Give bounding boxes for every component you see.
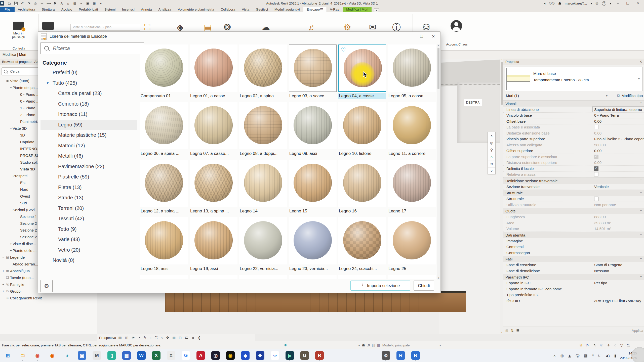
close-button[interactable]: ✕ [635, 2, 641, 5]
print-icon[interactable]: ⎙ [33, 1, 37, 5]
tray-drive-icon[interactable]: ◭ [568, 353, 571, 358]
material-thumbnail[interactable] [140, 217, 188, 264]
type-selector[interactable]: Muro di base Tamponamento Esterno - 38 c… [505, 67, 643, 91]
tab-inserisci[interactable]: Inserisci [119, 7, 138, 12]
category-legno-59-[interactable]: Legno (59) [41, 120, 137, 130]
material-thumbnail[interactable] [289, 44, 337, 92]
material-card-legno-05-a-casse-[interactable]: Legno 05, a casse... [388, 44, 436, 99]
tab-acciaio[interactable]: Acciaio [58, 7, 76, 12]
property-section-definizione-sezione-trasversale[interactable]: Definizione sezione trasversale⌃ [503, 177, 644, 184]
ruler-app[interactable]: ▯ [107, 351, 116, 360]
material-thumbnail[interactable] [338, 102, 386, 149]
collapse-chevron-icon[interactable]: ⌃ [640, 257, 642, 261]
tag-icon[interactable]: ⚑ [53, 2, 57, 5]
category-cemento-18-[interactable]: Cemento (18) [41, 99, 137, 109]
app-blue-2[interactable]: ❖ [256, 351, 264, 360]
category-tessuti-42-[interactable]: Tessuti (42) [41, 213, 137, 224]
unlock-view-icon[interactable]: ⌂ [160, 336, 163, 340]
property-value[interactable] [592, 166, 644, 171]
scrollbar-thumb[interactable] [437, 48, 439, 89]
checkbox[interactable] [594, 166, 598, 171]
chrome[interactable]: ◉ [33, 351, 42, 360]
property-value[interactable]: 3Rx1DgyLHF1fkurY5nR9Xy [592, 298, 644, 304]
tray-g-icon[interactable]: Ⓖ [576, 353, 579, 358]
category-preferiti-0-[interactable]: Preferiti (0) [41, 67, 137, 78]
material-card-legno-17[interactable]: Legno 17 [388, 160, 436, 214]
material-card-legno-13-a-spina-[interactable]: Legno 13, a spina ... [190, 160, 237, 214]
render-icon[interactable]: ◫ [125, 336, 128, 340]
close-dialog-button[interactable]: Chiudi [414, 281, 434, 291]
gom-player[interactable]: G [182, 351, 190, 360]
start-button[interactable]: ⊞ [4, 351, 12, 360]
app-red-r[interactable]: R [315, 351, 324, 360]
tab-modifica-muri[interactable]: Modifica | Muri [343, 7, 372, 12]
tab-prefabbricati[interactable]: Prefabbricati [75, 7, 101, 12]
material-card-legno-03-a-scacc-[interactable]: Legno 03, a scacc... [289, 44, 337, 99]
property-value[interactable] [592, 286, 644, 292]
calculator-app[interactable]: ▦ [122, 351, 131, 360]
material-thumbnail[interactable] [239, 44, 287, 92]
app-blue-1[interactable]: ◆ [241, 351, 250, 360]
tree-toggle-icon[interactable]: + [9, 240, 13, 247]
tree-toggle-icon[interactable]: + [2, 267, 5, 274]
material-thumbnail[interactable] [190, 217, 237, 264]
gimp[interactable]: G [300, 351, 309, 360]
property-value[interactable] [592, 196, 644, 202]
tab-analizza[interactable]: Analizza [155, 7, 174, 12]
design-options-icon-1[interactable]: ▤ [372, 343, 375, 347]
zoom-icon[interactable]: ⚲ [488, 146, 496, 153]
maximize-button[interactable]: ❐ [624, 2, 631, 5]
tree-toggle-icon[interactable]: + [9, 247, 13, 254]
monitor-app[interactable]: M [93, 351, 101, 360]
capcut[interactable]: ◉ [226, 351, 235, 360]
help-chevron-icon[interactable]: ▾ [610, 2, 612, 5]
sun-icon[interactable]: ☀ [132, 336, 135, 340]
tray-mic-icon[interactable]: ⫯ [592, 353, 594, 358]
tab-volumetrie-e-planimetria[interactable]: Volumetrie e planimetria [175, 7, 218, 12]
props-tool-icon-3[interactable]: ☰ [516, 329, 519, 333]
word[interactable]: W [137, 351, 146, 360]
material-card-legno-12-a-spina-[interactable]: Legno 12, a spina ... [140, 160, 188, 214]
nav-scroll-down-icon[interactable]: ∨ [488, 167, 496, 174]
sketch-icon[interactable]: ✎ [143, 336, 146, 340]
category-intonaco-11-[interactable]: Intonaco (11) [41, 109, 137, 120]
revit-app-icon[interactable]: R [0, 1, 4, 6]
props-tool-icon-1[interactable]: ⊞ [505, 329, 508, 333]
tree-toggle-icon[interactable]: − [9, 84, 13, 91]
dialog-title-bar[interactable]: Libreria dei materiali di Enscape – ❐ ✕ [38, 32, 440, 41]
material-thumbnail[interactable] [239, 102, 287, 149]
tab-sistemi[interactable]: Sistemi [101, 7, 119, 12]
material-card-legno-01-a-casse-[interactable]: Legno 01, a casse... [190, 44, 237, 99]
switch-windows-icon[interactable]: ⊞ [92, 2, 96, 5]
redo-icon[interactable]: ↷ [27, 2, 31, 5]
display-app[interactable]: ⌑ [167, 351, 175, 360]
excel[interactable]: X [152, 351, 160, 360]
revit-rvt-1[interactable]: R [396, 351, 405, 360]
material-card-legno-07-a-casse-[interactable]: Legno 07, a casse... [190, 102, 237, 157]
model-chevron-icon[interactable]: ▾ [439, 343, 441, 347]
property-value[interactable] [592, 244, 644, 250]
material-card-legno-04-a-casse-[interactable]: ♡Legno 04, a casse... [338, 44, 386, 99]
material-thumbnail[interactable] [190, 102, 237, 149]
destra-section-tag[interactable]: DESTRA [464, 99, 482, 106]
property-section-quote[interactable]: Quote⌃ [503, 208, 644, 214]
tray-expand-icon[interactable]: ∧ [553, 353, 556, 358]
constraints-icon[interactable]: ⌯ [192, 336, 194, 340]
nav-scroll-up-icon[interactable]: ∧ [488, 132, 496, 139]
displacement-icon[interactable]: ⬓ [185, 336, 188, 340]
tab-annota[interactable]: Annota [138, 7, 155, 12]
drag-on-selection-icon[interactable]: ✛ [607, 343, 610, 347]
category-varie-43-[interactable]: Varie (43) [41, 234, 137, 245]
material-thumbnail[interactable] [388, 44, 436, 92]
tab-gestisci[interactable]: Gestisci [253, 7, 271, 12]
edit-type-button[interactable]: ⧉ Modifica tipo [617, 92, 643, 99]
property-value[interactable]: Verticale [592, 184, 644, 190]
pause-updates-button[interactable]: Metti in pausa gli [5, 22, 32, 39]
material-card-legno-19-assi[interactable]: Legno 19, assi [190, 217, 237, 272]
start-enscape-camera-icon[interactable] [42, 22, 54, 30]
close-properties-icon[interactable]: ✕ [639, 59, 642, 65]
tab-enscape-[interactable]: Enscape™ [303, 7, 327, 12]
section-icon[interactable]: ⊟ [73, 2, 77, 5]
enscape-views-dropdown[interactable]: Viste di "Abitazione_2 pian... [70, 24, 140, 31]
tab-vista[interactable]: Vista [238, 7, 253, 12]
